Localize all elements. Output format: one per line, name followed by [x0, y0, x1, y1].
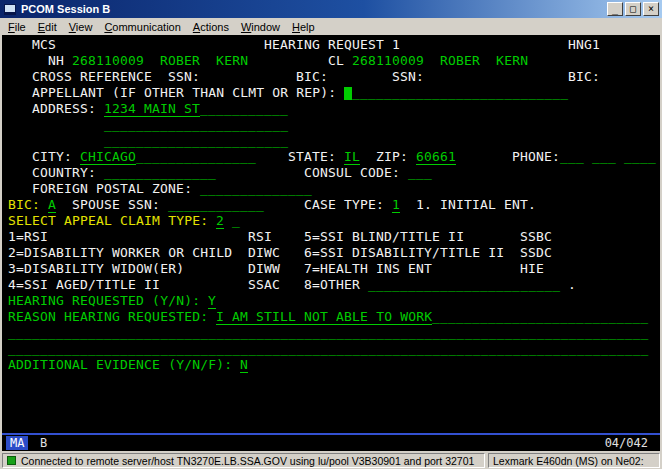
- zip-value[interactable]: 60661: [416, 149, 456, 165]
- xref-ssn1-label: SSN:: [168, 69, 200, 85]
- phone-field[interactable]: ___ ___ ____: [560, 149, 656, 165]
- additional-evidence-value[interactable]: N: [240, 357, 248, 373]
- cl-label: CL: [328, 53, 344, 69]
- appeal-claim-type-extra-field[interactable]: _: [232, 213, 240, 229]
- other-claim-type-field[interactable]: ________________________: [368, 277, 560, 293]
- claim-type-3-label: 3=DISABILITY WIDOW(ER): [8, 261, 184, 277]
- country-label: COUNTRY:: [32, 165, 96, 181]
- claim-type-8-label: 8=OTHER: [304, 277, 360, 293]
- bic-label: BIC:: [8, 197, 40, 213]
- address-line1-fill[interactable]: ___________: [200, 101, 288, 117]
- close-button-icon[interactable]: ×: [643, 2, 659, 16]
- menu-item-actions[interactable]: Actions: [187, 19, 235, 35]
- zip-label: ZIP:: [376, 149, 408, 165]
- city-value[interactable]: CHICAGO: [80, 149, 136, 165]
- screen-code: HNG1: [568, 37, 600, 53]
- reason-line2-field[interactable]: ________________________________________…: [8, 325, 649, 341]
- claim-type-3-code: DIWW: [248, 261, 280, 277]
- window-controls: _ □ ×: [607, 2, 660, 16]
- connection-status-text: Connected to remote server/host TN3270E.…: [21, 455, 474, 467]
- city-fill[interactable]: _______________: [136, 149, 256, 165]
- oia-session-id: B: [40, 436, 47, 450]
- app-icon: [4, 4, 16, 15]
- menu-item-file[interactable]: File: [2, 19, 32, 35]
- nh-label: NH: [48, 53, 64, 69]
- claim-type-5-label: 5=SSI BLIND/TITLE II: [304, 229, 464, 245]
- printer-status-text: Lexmark E460dn (MS) on Ne02:: [493, 455, 644, 467]
- case-type-value[interactable]: 1: [392, 197, 400, 213]
- appellant-field[interactable]: ___________________________: [352, 85, 568, 101]
- oia-status-badge: MA: [6, 436, 28, 450]
- appeal-claim-type-value[interactable]: 2: [216, 213, 224, 229]
- reason-hearing-requested-label: REASON HEARING REQUESTED:: [8, 309, 208, 325]
- city-label: CITY:: [32, 149, 72, 165]
- phone-label: PHONE:: [512, 149, 560, 165]
- nh-value: 268110009 ROBER KERN: [72, 53, 248, 69]
- address-line1-value[interactable]: 1234 MAIN ST: [104, 101, 200, 117]
- claim-type-4-code: SSAC: [248, 277, 280, 293]
- consul-code-label: CONSUL CODE:: [304, 165, 400, 181]
- oia-cursor-position: 04/042: [605, 436, 648, 450]
- reason-value[interactable]: I AM STILL NOT ABLE TO WORK: [216, 309, 432, 325]
- title-bar: PCOM Session B _ □ ×: [0, 0, 662, 18]
- claim-type-6-label: 6=SSI DISABILITY/TITLE II: [304, 245, 504, 261]
- terminal-screen[interactable]: MA B 04/042 MCSHEARING REQUEST 1HNG1NH26…: [0, 35, 662, 451]
- xref-bic1-label: BIC:: [296, 69, 328, 85]
- connection-status-panel: Connected to remote server/host TN3270E.…: [2, 453, 485, 468]
- minimize-button-icon[interactable]: _: [607, 2, 623, 16]
- menu-item-edit[interactable]: Edit: [32, 19, 63, 35]
- connection-status-icon: [7, 456, 16, 465]
- claim-type-2-code: DIWC: [248, 245, 280, 261]
- system-id: MCS: [32, 37, 56, 53]
- foreign-postal-zone-label: FOREIGN POSTAL ZONE:: [32, 181, 192, 197]
- claim-type-1-label: 1=RSI: [8, 229, 48, 245]
- reason-line1-fill[interactable]: ___________________________: [432, 309, 648, 325]
- consul-code-field[interactable]: ___: [408, 165, 432, 181]
- maximize-button-icon[interactable]: □: [625, 2, 641, 16]
- claim-type-7-code: HIE: [520, 261, 544, 277]
- address-label: ADDRESS:: [32, 101, 96, 117]
- claim-type-6-code: SSDC: [520, 245, 552, 261]
- status-bar: Connected to remote server/host TN3270E.…: [0, 451, 662, 469]
- menu-bar: FileEditViewCommunicationActionsWindowHe…: [0, 18, 662, 35]
- claim-type-7-label: 7=HEALTH INS ENT: [304, 261, 432, 277]
- xref-bic2-label: BIC:: [568, 69, 600, 85]
- cross-reference-label: CROSS REFERENCE: [32, 69, 152, 85]
- window-title: PCOM Session B: [20, 3, 607, 15]
- menu-item-window[interactable]: Window: [235, 19, 286, 35]
- additional-evidence-label: ADDITIONAL EVIDENCE (Y/N/F):: [8, 357, 232, 373]
- claim-type-4-label: 4=SSI AGED/TITLE II: [8, 277, 160, 293]
- pcom-window: PCOM Session B _ □ × FileEditViewCommuni…: [0, 0, 662, 469]
- foreign-postal-zone-field[interactable]: ______________: [200, 181, 312, 197]
- terminal-cursor: [344, 87, 352, 100]
- state-label: STATE:: [288, 149, 336, 165]
- reason-line3-field[interactable]: ________________________________________…: [8, 341, 649, 357]
- claim-type-5-code: SSBC: [520, 229, 552, 245]
- operator-info-area: MA B 04/042: [2, 435, 660, 451]
- xref-ssn2-label: SSN:: [392, 69, 424, 85]
- spouse-ssn-label: SPOUSE SSN:: [72, 197, 160, 213]
- country-field[interactable]: ______________: [104, 165, 216, 181]
- claim-type-list-period: .: [568, 277, 576, 293]
- hearing-requested-value[interactable]: Y: [208, 293, 216, 309]
- claim-type-1-code: RSI: [248, 229, 272, 245]
- menu-item-communication[interactable]: Communication: [98, 19, 186, 35]
- appeal-claim-type-label: SELECT APPEAL CLAIM TYPE:: [8, 213, 208, 229]
- address-line2-field[interactable]: _______________________: [104, 117, 288, 133]
- printer-status-panel: Lexmark E460dn (MS) on Ne02:: [488, 453, 660, 468]
- menu-item-view[interactable]: View: [63, 19, 99, 35]
- cl-value: 268110009 ROBER KERN: [352, 53, 528, 69]
- state-value[interactable]: IL: [344, 149, 360, 165]
- spouse-ssn-field[interactable]: ____________: [168, 197, 264, 213]
- claim-type-2-label: 2=DISABILITY WORKER OR CHILD: [8, 245, 232, 261]
- case-type-description: 1. INITIAL ENT.: [416, 197, 536, 213]
- menu-item-help[interactable]: Help: [286, 19, 321, 35]
- bic-value[interactable]: A: [48, 197, 56, 213]
- screen-title: HEARING REQUEST 1: [264, 37, 400, 53]
- case-type-label: CASE TYPE:: [304, 197, 384, 213]
- appellant-label: APPELLANT (IF OTHER THAN CLMT OR REP):: [32, 85, 336, 101]
- hearing-requested-label: HEARING REQUESTED (Y/N):: [8, 293, 200, 309]
- address-line3-field[interactable]: _______________________: [104, 133, 288, 149]
